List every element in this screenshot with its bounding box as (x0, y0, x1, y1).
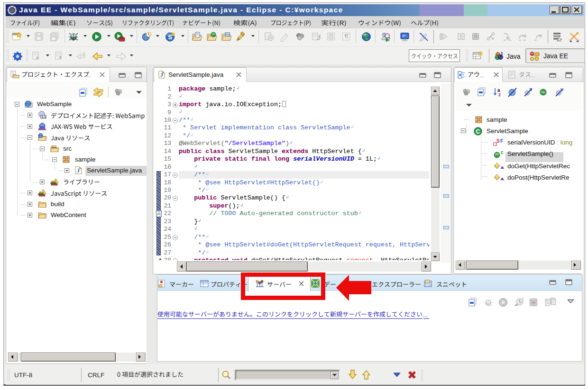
svg-text:z: z (498, 92, 501, 97)
svg-text:J: J (77, 167, 80, 174)
svg-text:J: J (500, 51, 503, 57)
svg-text:3.1: 3.1 (42, 115, 46, 118)
svg-text:c: c (501, 150, 504, 155)
svg-text:S: S (168, 34, 173, 41)
svg-text:S: S (496, 138, 500, 144)
svg-text:J: J (160, 72, 163, 78)
svg-text:C: C (476, 128, 480, 135)
svg-text:F: F (500, 138, 503, 144)
